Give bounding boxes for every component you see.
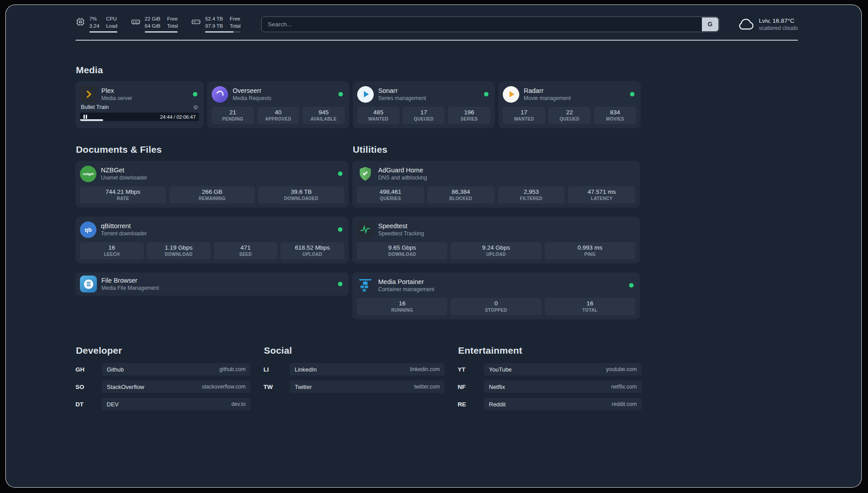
bookmark-link[interactable]: LinkedInlinkedin.com bbox=[290, 363, 445, 376]
gear-icon[interactable]: ⚙ bbox=[193, 104, 198, 110]
disk-icon bbox=[191, 17, 201, 27]
filebrowser-icon bbox=[80, 276, 97, 292]
bookmark-name: DEV bbox=[107, 401, 119, 408]
stat-tile: 22QUEUED bbox=[548, 107, 591, 124]
search-provider-button[interactable]: G bbox=[702, 17, 718, 31]
topbar-divider bbox=[75, 40, 798, 41]
search-input[interactable] bbox=[261, 17, 719, 32]
stat-label: LATENCY bbox=[569, 196, 634, 201]
stat-label: FILTERED bbox=[499, 196, 564, 201]
cpu-usage: 7% bbox=[89, 16, 99, 23]
bookmark-name: Netflix bbox=[489, 384, 505, 390]
pause-button[interactable] bbox=[83, 115, 87, 119]
service-card-speedtest[interactable]: Speedtest Speedtest Tracking 9.65 GbpsDO… bbox=[352, 217, 640, 263]
bookmark-link[interactable]: Twittertwitter.com bbox=[290, 380, 445, 393]
service-name: Radarr bbox=[524, 87, 571, 94]
section-title-media: Media bbox=[76, 65, 642, 75]
bookmark-link[interactable]: Githubgithub.com bbox=[102, 363, 250, 376]
stat-tile: 485WANTED bbox=[357, 107, 400, 124]
bookmark-link[interactable]: DEVdev.to bbox=[102, 398, 250, 410]
bookmark-link[interactable]: Redditreddit.com bbox=[484, 398, 642, 410]
stat-value: 2,953 bbox=[499, 188, 564, 195]
service-card-filebrowser[interactable]: File Browser Media File Management bbox=[75, 272, 349, 296]
service-name: NZBGet bbox=[101, 167, 147, 174]
memory-label-1: Free bbox=[167, 16, 178, 23]
plex-icon bbox=[80, 86, 97, 103]
service-subtitle: Usenet downloader bbox=[101, 175, 147, 181]
service-stats: 17WANTED22QUEUED834MOVIES bbox=[503, 107, 636, 124]
nzbget-icon: nzbget bbox=[80, 166, 96, 182]
stat-label: APPROVED bbox=[258, 117, 299, 121]
status-dot-online bbox=[338, 171, 342, 176]
stat-label: WANTED bbox=[504, 117, 544, 121]
cpu-bar bbox=[89, 31, 117, 33]
service-subtitle: Series management bbox=[378, 95, 426, 101]
stat-tile: 0.993 msPING bbox=[545, 242, 635, 259]
memory-total: 64 GiB bbox=[145, 23, 160, 30]
service-subtitle: Movie management bbox=[524, 95, 571, 101]
service-subtitle: Media File Management bbox=[101, 285, 159, 291]
stat-label: QUERIES bbox=[358, 196, 423, 201]
section-documents: Documents & Files nzbget NZBGet Usenet d… bbox=[75, 144, 349, 296]
service-card-radarr[interactable]: Radarr Movie management 17WANTED22QUEUED… bbox=[498, 81, 641, 128]
service-card-overseerr[interactable]: Overseerr Media Requests 21PENDING40APPR… bbox=[207, 81, 349, 128]
stat-value: 266 GB bbox=[170, 188, 255, 195]
service-stats: 16LEECH1.19 GbpsDOWNLOAD471SEED618.52 Mb… bbox=[80, 242, 344, 259]
bookmark-link[interactable]: StackOverflowstackoverflow.com bbox=[102, 380, 250, 393]
bookmark-row: SOStackOverflowstackoverflow.com bbox=[75, 380, 250, 393]
bookmark-domain: youtube.com bbox=[606, 366, 637, 372]
player-bar: 24:44 / 02:06:47 bbox=[80, 113, 199, 121]
stat-tile: 17QUEUED bbox=[403, 107, 445, 124]
bookmark-row: DTDEVdev.to bbox=[75, 398, 250, 410]
stat-value: 22 bbox=[549, 109, 590, 116]
service-subtitle: Speedtest Tracking bbox=[378, 230, 424, 237]
stat-tile: 16RUNNING bbox=[357, 298, 447, 315]
stat-value: 17 bbox=[404, 109, 444, 116]
stat-tile: 196SERIES bbox=[448, 107, 490, 124]
service-card-sonarr[interactable]: Sonarr Series management 485WANTED17QUEU… bbox=[353, 81, 495, 128]
stat-label: MOVIES bbox=[595, 117, 635, 121]
bookmark-domain: reddit.com bbox=[612, 401, 637, 407]
service-card-adguard[interactable]: AdGuard Home DNS and adblocking 498,461Q… bbox=[352, 161, 640, 208]
disk-bar bbox=[205, 31, 240, 33]
portainer-crane-icon bbox=[357, 277, 374, 294]
service-name: Media Portainer bbox=[378, 278, 434, 285]
status-dot-online bbox=[338, 282, 342, 286]
sonarr-icon bbox=[357, 86, 374, 103]
stat-tile: 618.52 MbpsUPLOAD bbox=[280, 242, 344, 259]
bookmark-link[interactable]: YouTubeyoutube.com bbox=[484, 363, 642, 376]
stat-value: 744.21 Mbps bbox=[81, 188, 165, 195]
section-title-entertainment: Entertainment bbox=[458, 345, 642, 356]
stat-tile: 471SEED bbox=[214, 242, 278, 259]
service-stats: 744.21 MbpsRATE266 GBREMAINING39.6 TBDOW… bbox=[80, 186, 344, 204]
stat-label: DOWNLOAD bbox=[358, 252, 447, 257]
stat-value: 196 bbox=[449, 109, 489, 116]
stat-tile: 40APPROVED bbox=[257, 107, 300, 124]
stat-value: 0 bbox=[451, 300, 540, 307]
service-card-plex[interactable]: Plex Media server Bullet Train ⚙ 24:44 /… bbox=[75, 81, 204, 128]
now-playing-widget: Bullet Train ⚙ 24:44 / 02:06:47 bbox=[80, 104, 199, 121]
bookmark-link[interactable]: Netflixnetflix.com bbox=[484, 380, 642, 393]
service-stats: 498,461QUERIES86,384BLOCKED2,953FILTERED… bbox=[357, 186, 635, 204]
stat-value: 9.65 Gbps bbox=[358, 244, 447, 251]
stat-tile: 945AVAILABLE bbox=[302, 107, 345, 124]
bookmark-abbr: LI bbox=[263, 366, 290, 373]
service-card-portainer[interactable]: Media Portainer Container management 16R… bbox=[352, 272, 640, 319]
status-dot-online bbox=[193, 92, 197, 96]
weather-condition: scattered clouds bbox=[759, 25, 798, 31]
stat-value: 1.19 Gbps bbox=[148, 244, 210, 251]
cpu-load-value: 3.24 bbox=[89, 23, 99, 30]
stat-tile: 834MOVIES bbox=[594, 107, 636, 124]
stat-value: 834 bbox=[595, 109, 635, 116]
service-card-qbittorrent[interactable]: qb qBittorrent Torrent downloader 16LEEC… bbox=[75, 217, 349, 263]
status-dot-online bbox=[338, 227, 342, 232]
radarr-icon bbox=[503, 86, 519, 103]
service-name: File Browser bbox=[101, 277, 159, 284]
stat-label: LEECH bbox=[81, 252, 143, 257]
section-title-utilities: Utilities bbox=[353, 144, 640, 155]
service-card-nzbget[interactable]: nzbget NZBGet Usenet downloader 744.21 M… bbox=[75, 161, 349, 208]
stat-tile: 16LEECH bbox=[80, 242, 144, 259]
stat-value: 21 bbox=[213, 109, 253, 116]
bookmark-domain: github.com bbox=[219, 366, 246, 372]
bookmark-domain: dev.to bbox=[231, 401, 246, 407]
